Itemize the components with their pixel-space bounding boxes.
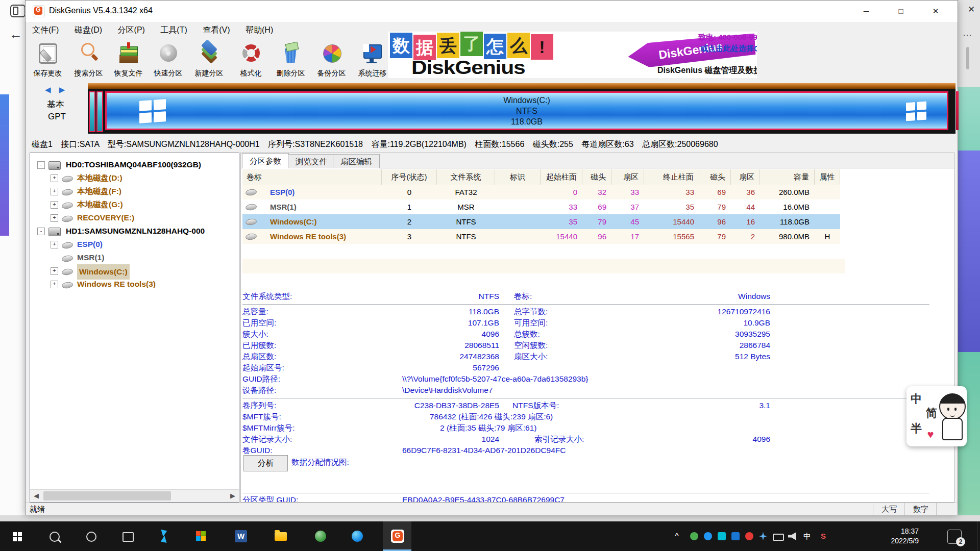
tree-horizontal-scrollbar[interactable]: ◀ ▶ (30, 489, 239, 502)
expand-icon[interactable]: + (51, 241, 58, 248)
sogou-icon[interactable]: S (821, 532, 826, 540)
banner-tile: 么 (507, 33, 530, 58)
ime-mascot-face (939, 393, 966, 420)
tray-expand-button[interactable]: ^ (675, 532, 679, 542)
recover-files-button[interactable]: 恢复文件 (108, 39, 149, 80)
back-arrow-icon[interactable]: ← (9, 27, 22, 42)
new-partition-icon (198, 42, 220, 65)
taskbar-diskgenius-active[interactable]: G (383, 521, 411, 551)
cortana-button[interactable] (77, 521, 105, 551)
tree-item-recovery-e[interactable]: + RECOVERY(E:) (30, 211, 239, 224)
start-button[interactable] (3, 521, 32, 551)
tab-browse-files[interactable]: 浏览文件 (288, 154, 335, 168)
status-ready: 就绪 (30, 505, 45, 514)
pinned-app-office[interactable] (187, 521, 215, 551)
file-explorer-button[interactable] (266, 521, 295, 551)
task-view-button[interactable] (113, 521, 142, 551)
menu-tools[interactable]: 工具(T) (154, 22, 193, 39)
tree-item-local-f[interactable]: + 本地磁盘(F:) (30, 185, 239, 198)
tree-item-hd1[interactable]: - HD1:SAMSUNGMZNLN128HAHQ-000 (30, 224, 239, 238)
tray-qq-icon[interactable] (731, 532, 740, 540)
partition-scheme-label: GPT (48, 112, 66, 122)
pinned-app-bolt[interactable] (150, 521, 179, 551)
disk-nav-arrows[interactable]: ◀ ▶ (45, 85, 68, 94)
expand-icon[interactable]: + (51, 214, 58, 222)
promo-banner[interactable]: 数 据 丢 了 怎 么 ! DiskGenius DiskGenius 致电: … (388, 32, 757, 78)
background-strip (0, 515, 980, 521)
battery-icon[interactable] (773, 534, 784, 541)
window-title: DiskGenius V5.4.3.1342 x64 (49, 6, 153, 15)
collapse-icon[interactable]: - (37, 228, 45, 235)
tree-item-hd0[interactable]: - HD0:TOSHIBAMQ04ABF100(932GB) (30, 158, 239, 171)
notification-center-button[interactable]: 2 (947, 530, 962, 544)
ime-simplified-mode[interactable]: 简 (923, 405, 940, 422)
tray-green-icon[interactable] (690, 532, 698, 540)
background-scrollbar-thumb[interactable] (966, 47, 969, 69)
taskbar-clock[interactable]: 18:37 2022/5/9 (868, 527, 919, 546)
tree-item-windows-c[interactable]: + Windows(C:) (30, 264, 239, 278)
table-row-msr[interactable]: MSR(1) 1 MSR 33 69 37 35 79 44 16.0MB (242, 199, 840, 214)
ime-indicator[interactable]: 中 (803, 532, 811, 541)
minimize-button[interactable]: ─ (854, 1, 878, 22)
analyze-button[interactable]: 分析 (243, 455, 288, 471)
expand-icon[interactable]: + (51, 267, 58, 275)
tab-partition-params[interactable]: 分区参数 (242, 153, 289, 168)
expand-icon[interactable]: + (51, 188, 58, 195)
edge-icon (352, 531, 363, 542)
tree-item-local-d[interactable]: + 本地磁盘(D:) (30, 171, 239, 185)
tray-blue-icon[interactable] (704, 532, 712, 540)
tree-item-msr[interactable]: MSR(1) (30, 251, 239, 264)
msr-partition-bar[interactable] (96, 91, 103, 132)
save-changes-button[interactable]: 保存更改 (28, 39, 68, 80)
scrollbar-thumb[interactable] (43, 491, 171, 500)
menu-disk[interactable]: 磁盘(D) (68, 22, 109, 39)
taskbar-search-button[interactable] (40, 521, 68, 551)
tree-item-esp[interactable]: + ESP(0) (30, 238, 239, 251)
ime-floating-widget[interactable]: 中 简 半 ♥ (906, 386, 967, 446)
expand-icon[interactable]: + (51, 174, 58, 182)
quick-partition-button[interactable]: 快速分区 (148, 39, 188, 80)
menu-partition[interactable]: 分区(P) (111, 22, 152, 39)
expand-icon[interactable]: + (51, 201, 58, 209)
tray-teal-icon[interactable] (718, 532, 726, 540)
menu-help[interactable]: 帮助(H) (239, 22, 280, 39)
pinned-app-edge[interactable] (343, 521, 372, 551)
backup-partition-button[interactable]: 备份分区 (311, 39, 352, 80)
collapse-icon[interactable]: - (37, 161, 45, 169)
ime-favorite-icon[interactable]: ♥ (922, 426, 939, 443)
tray-red-icon[interactable] (745, 532, 753, 540)
partition-icon (245, 189, 257, 196)
pinned-app-word[interactable]: W (227, 521, 255, 551)
hd0-disk-bar[interactable] (88, 83, 955, 89)
pinned-app-browser[interactable] (306, 521, 335, 551)
menu-file[interactable]: 文件(F) (26, 22, 65, 39)
maximize-button[interactable]: □ (889, 1, 913, 22)
banner-qq-link[interactable]: 或点击此处选择QQ咨询 (700, 44, 757, 54)
taskbar: W G ^ 中 S 18:37 2022/5/9 2 (0, 521, 980, 551)
volume-icon[interactable] (788, 532, 796, 540)
background-tab-icon[interactable] (10, 5, 26, 17)
format-button[interactable]: 格式化 (231, 39, 271, 80)
table-row-esp[interactable]: ESP(0) 0 FAT32 0 32 33 33 69 36 260.0MB (242, 185, 840, 199)
system-migration-button[interactable]: 系统迁移 (352, 39, 393, 80)
show-desktop-button[interactable] (977, 521, 980, 551)
tree-item-local-g[interactable]: + 本地磁盘(G:) (30, 198, 239, 211)
esp-partition-bar[interactable] (89, 91, 95, 132)
background-more-icon[interactable]: ⋯ (963, 30, 972, 41)
delete-partition-button[interactable]: 删除分区 (271, 39, 311, 80)
partition-details: 文件系统类型:NTFS 卷标:Windows 总容量:118.0GB 总字节数:… (242, 290, 952, 458)
expand-icon[interactable]: + (51, 281, 58, 288)
disk-info-line: 磁盘1 接口:SATA 型号:SAMSUNGMZNLN128HAHQ-000H1… (26, 136, 958, 153)
search-partition-button[interactable]: 搜索分区 (68, 39, 109, 80)
tray-snowflake-icon[interactable] (759, 532, 767, 540)
tree-item-windows-re[interactable]: + Windows RE tools(3) (30, 278, 239, 291)
table-row-windows-re[interactable]: Windows RE tools(3) 3 NTFS 15440 96 17 1… (242, 229, 840, 244)
menu-view[interactable]: 查看(V) (196, 22, 236, 39)
background-close-icon[interactable]: ✕ (968, 4, 975, 15)
new-partition-button[interactable]: 新建分区 (189, 39, 229, 80)
table-row-windows-c-selected[interactable]: Windows(C:) 2 NTFS 35 79 45 15440 96 16 … (242, 214, 840, 229)
ime-chinese-mode[interactable]: 中 (908, 390, 925, 408)
windows-c-partition-bar[interactable]: Windows(C:) NTFS 118.0GB (105, 91, 948, 130)
tab-sector-edit[interactable]: 扇区编辑 (333, 154, 380, 168)
close-button[interactable]: ✕ (924, 1, 947, 22)
